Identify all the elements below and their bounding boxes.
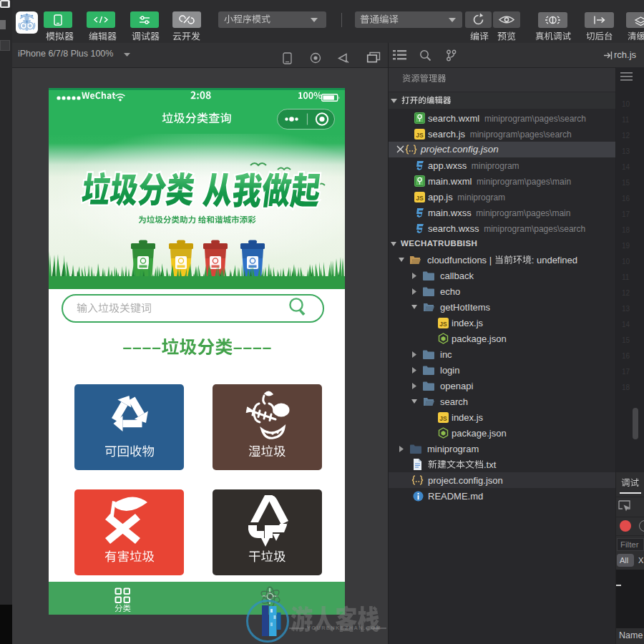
svg-text:JS: JS: [416, 194, 424, 201]
svg-text:JS: JS: [439, 320, 447, 327]
svg-text:JS: JS: [416, 131, 424, 138]
svg-text:JS: JS: [439, 414, 447, 421]
